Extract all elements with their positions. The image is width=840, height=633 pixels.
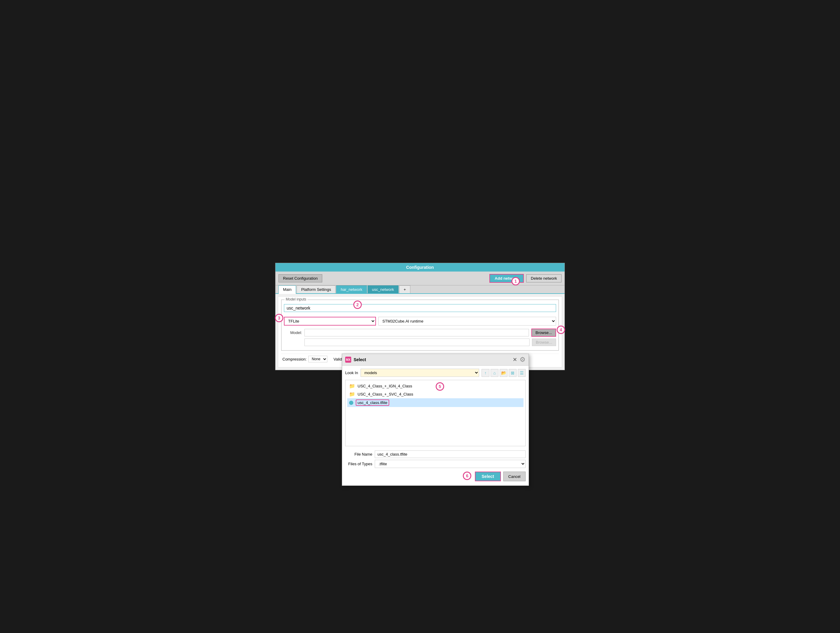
folder-item-2[interactable]: 📁 USC_4_Class_+_SVC_4_Class bbox=[347, 390, 524, 398]
files-of-types-row: Files of Types .tflite bbox=[345, 460, 526, 468]
grid-view-icon[interactable]: ⊠ bbox=[509, 369, 516, 377]
tab-usc-network[interactable]: usc_network bbox=[368, 286, 399, 293]
tab-usc-label: usc_network bbox=[372, 287, 394, 292]
file-name-input[interactable]: usc_4_class.tflite bbox=[375, 450, 526, 458]
badge-5: 5 bbox=[436, 382, 444, 391]
tab-platform-label: Platform Settings bbox=[301, 287, 331, 292]
tflite-filename: usc_4_class.tflite bbox=[356, 399, 389, 406]
file-item-tflite[interactable]: usc_4_class.tflite 5 bbox=[347, 398, 524, 407]
tflite-file-icon bbox=[349, 401, 353, 405]
reset-config-button[interactable]: Reset Configuration bbox=[278, 274, 322, 283]
folder-item-1[interactable]: 📁 USC_4_Class_+_IGN_4_Class bbox=[347, 382, 524, 390]
badge-2: 2 bbox=[353, 300, 362, 309]
toolbar: Reset Configuration Add network Delete n… bbox=[275, 272, 565, 286]
badge-3: 3 bbox=[275, 314, 283, 322]
tab-add[interactable]: + bbox=[399, 286, 411, 293]
list-view-icon[interactable]: ☰ bbox=[518, 369, 526, 377]
dialog-mx-icon: MX bbox=[345, 357, 351, 363]
tab-main-label: Main bbox=[283, 287, 292, 292]
tab-platform-settings[interactable]: Platform Settings bbox=[297, 286, 336, 293]
files-of-types-select[interactable]: .tflite bbox=[375, 460, 526, 468]
folder-icon-2: 📁 bbox=[349, 391, 355, 397]
select-button[interactable]: Select bbox=[475, 472, 501, 481]
title-bar: Configuration bbox=[275, 263, 565, 272]
tab-main[interactable]: Main bbox=[278, 286, 296, 294]
dialog-body: Look In models ↑ ⌂ 📂 ⊠ ☰ 📁 USC_4_Class_+… bbox=[342, 366, 529, 485]
folder-name-1: USC_4_Class_+_IGN_4_Class bbox=[358, 384, 412, 388]
files-of-types-label: Files of Types bbox=[345, 462, 372, 466]
tab-har-network[interactable]: har_network bbox=[336, 286, 367, 293]
network-name-input[interactable]: usc_network bbox=[284, 304, 556, 312]
dialog-titlebar: MX Select ✕ ⚙ bbox=[342, 354, 529, 366]
file-list[interactable]: 📁 USC_4_Class_+_IGN_4_Class 📁 USC_4_Clas… bbox=[345, 380, 526, 446]
toolbar-left: Reset Configuration bbox=[278, 274, 322, 283]
dialog-title: Select bbox=[354, 357, 510, 362]
file-toolbar-icons: ↑ ⌂ 📂 ⊠ ☰ bbox=[482, 369, 526, 377]
look-in-select[interactable]: models bbox=[360, 369, 479, 377]
model-path-input-2[interactable] bbox=[305, 339, 529, 346]
tab-add-icon: + bbox=[404, 287, 406, 292]
compression-select[interactable]: None bbox=[308, 356, 327, 362]
folder-name-2: USC_4_Class_+_SVC_4_Class bbox=[358, 392, 414, 396]
new-folder-icon[interactable]: 📂 bbox=[500, 369, 507, 377]
file-name-row: File Name usc_4_class.tflite bbox=[345, 450, 526, 458]
file-select-dialog: MX Select ✕ ⚙ Look In models ↑ ⌂ 📂 ⊠ ☰ bbox=[342, 354, 529, 486]
dialog-close-button[interactable]: ✕ bbox=[513, 356, 517, 363]
badge-1: 1 bbox=[512, 277, 520, 286]
nav-up-icon[interactable]: ↑ bbox=[482, 369, 489, 377]
toolbar-right: Add network Delete network bbox=[489, 274, 562, 283]
look-in-label: Look In bbox=[345, 371, 358, 375]
dialog-footer: File Name usc_4_class.tflite Files of Ty… bbox=[345, 449, 526, 469]
delete-network-button[interactable]: Delete network bbox=[526, 274, 562, 283]
runtime-select[interactable]: STM32Cube.AI runtime bbox=[378, 317, 556, 325]
file-name-label: File Name bbox=[345, 452, 372, 456]
tab-har-label: har_network bbox=[341, 287, 362, 292]
model-inputs-legend: Model inputs bbox=[284, 297, 308, 302]
compression-setting: Compression: None bbox=[283, 356, 327, 362]
browse-button-1[interactable]: Browse... bbox=[531, 328, 556, 337]
model-label: Model: bbox=[284, 330, 302, 335]
gear-icon[interactable]: ⚙ bbox=[519, 356, 526, 363]
framework-select[interactable]: TFLite bbox=[284, 317, 376, 325]
badge-6: 6 bbox=[463, 472, 471, 480]
window-title: Configuration bbox=[406, 265, 434, 270]
home-icon[interactable]: ⌂ bbox=[491, 369, 499, 377]
tabs-bar: Main Platform Settings har_network usc_n… bbox=[275, 286, 565, 294]
badge-4: 4 bbox=[557, 325, 565, 334]
dialog-actions: 6 Select Cancel bbox=[345, 469, 526, 483]
cancel-button[interactable]: Cancel bbox=[503, 472, 526, 481]
folder-icon-1: 📁 bbox=[349, 383, 355, 389]
model-path-input[interactable] bbox=[305, 329, 529, 336]
look-in-row: Look In models ↑ ⌂ 📂 ⊠ ☰ bbox=[345, 369, 526, 377]
browse-button-2: Browse... bbox=[532, 339, 556, 346]
model-inputs-group: Model inputs usc_network 2 3 TFLite STM3… bbox=[281, 300, 559, 350]
compression-label: Compression: bbox=[283, 357, 306, 361]
